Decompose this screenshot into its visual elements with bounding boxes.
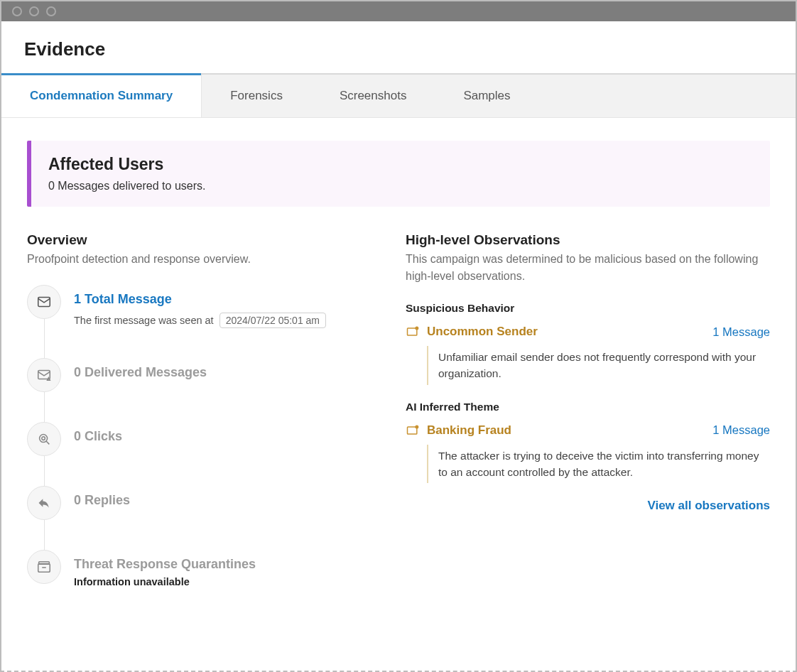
quarantines-info: Information unavailable <box>74 576 256 587</box>
obs-row-uncommon-sender[interactable]: Uncommon Sender 1 Message <box>406 325 770 339</box>
overview-item-replies: 0 Replies <box>27 486 391 550</box>
tab-condemnation-summary[interactable]: Condemnation Summary <box>1 75 202 117</box>
observations-subtitle: This campaign was determined to be malic… <box>406 251 770 285</box>
obs-row-banking-fraud[interactable]: Banking Fraud 1 Message <box>406 423 770 438</box>
quarantines-title: Threat Response Quarantines <box>74 557 256 572</box>
observation-group-suspicious: Suspicious Behavior Uncommon Sender 1 Me… <box>406 302 770 385</box>
page-title: Evidence <box>1 21 796 73</box>
obs-count-uncommon-sender[interactable]: 1 Message <box>712 325 770 339</box>
overview-item-delivered: 0 Delivered Messages <box>27 358 391 422</box>
svg-point-3 <box>42 437 45 440</box>
obs-desc-uncommon-sender: Unfamiliar email sender does not frequen… <box>427 346 770 385</box>
tab-screenshots[interactable]: Screenshots <box>311 75 435 117</box>
obs-desc-banking-fraud: The attacker is trying to deceive the vi… <box>427 445 770 484</box>
svg-point-7 <box>415 327 418 330</box>
window-control-min[interactable] <box>29 6 39 16</box>
mail-icon <box>27 285 61 319</box>
window-control-max[interactable] <box>46 6 56 16</box>
flag-mail-icon <box>406 325 420 339</box>
obs-count-banking-fraud[interactable]: 1 Message <box>712 423 770 437</box>
page: Evidence Condemnation Summary Forensics … <box>1 21 796 634</box>
archive-icon <box>27 550 61 584</box>
mail-warn-icon <box>27 358 61 392</box>
overview-column: Overview Proofpoint detection and respon… <box>27 232 391 617</box>
app-window: Evidence Condemnation Summary Forensics … <box>0 0 797 672</box>
click-icon <box>27 422 61 456</box>
content: Affected Users 0 Messages delivered to u… <box>1 118 796 634</box>
window-titlebar <box>1 1 796 21</box>
affected-users-banner: Affected Users 0 Messages delivered to u… <box>27 141 770 207</box>
first-seen-label: The first message was seen at <box>74 315 214 326</box>
obs-name-banking-fraud: Banking Fraud <box>427 423 705 438</box>
total-messages-title[interactable]: 1 Total Message <box>74 292 326 307</box>
obs-group-title-suspicious: Suspicious Behavior <box>406 302 770 315</box>
first-seen-timestamp: 2024/07/22 05:01 am <box>219 313 326 328</box>
tab-forensics[interactable]: Forensics <box>202 75 311 117</box>
flag-mail-icon <box>406 423 420 438</box>
clicks-title: 0 Clicks <box>74 429 122 444</box>
replies-title: 0 Replies <box>74 493 130 508</box>
svg-rect-6 <box>408 328 417 335</box>
overview-timeline: 1 Total Message The first message was se… <box>27 285 391 617</box>
observation-group-ai-theme: AI Inferred Theme Banking Fraud 1 Messag… <box>406 401 770 484</box>
svg-point-9 <box>415 425 418 428</box>
reply-icon <box>27 486 61 520</box>
overview-item-quarantines: Threat Response Quarantines Information … <box>27 550 391 617</box>
first-seen-row: The first message was seen at 2024/07/22… <box>74 313 326 328</box>
observations-title: High-level Observations <box>406 232 770 248</box>
columns: Overview Proofpoint detection and respon… <box>27 232 770 617</box>
svg-rect-8 <box>408 427 417 434</box>
tab-samples[interactable]: Samples <box>435 75 538 117</box>
delivered-title: 0 Delivered Messages <box>74 365 207 380</box>
window-control-close[interactable] <box>12 6 22 16</box>
overview-item-total-messages: 1 Total Message The first message was se… <box>27 285 391 358</box>
observations-column: High-level Observations This campaign wa… <box>406 232 770 617</box>
banner-title: Affected Users <box>48 155 753 174</box>
obs-name-uncommon-sender: Uncommon Sender <box>427 325 705 339</box>
tab-bar: Condemnation Summary Forensics Screensho… <box>1 73 796 118</box>
svg-rect-5 <box>39 562 50 565</box>
banner-text: 0 Messages delivered to users. <box>48 180 753 193</box>
overview-item-clicks: 0 Clicks <box>27 422 391 486</box>
overview-title: Overview <box>27 232 391 248</box>
view-all-observations-link[interactable]: View all observations <box>406 499 770 513</box>
obs-group-title-ai: AI Inferred Theme <box>406 401 770 413</box>
overview-subtitle: Proofpoint detection and response overvi… <box>27 251 391 268</box>
